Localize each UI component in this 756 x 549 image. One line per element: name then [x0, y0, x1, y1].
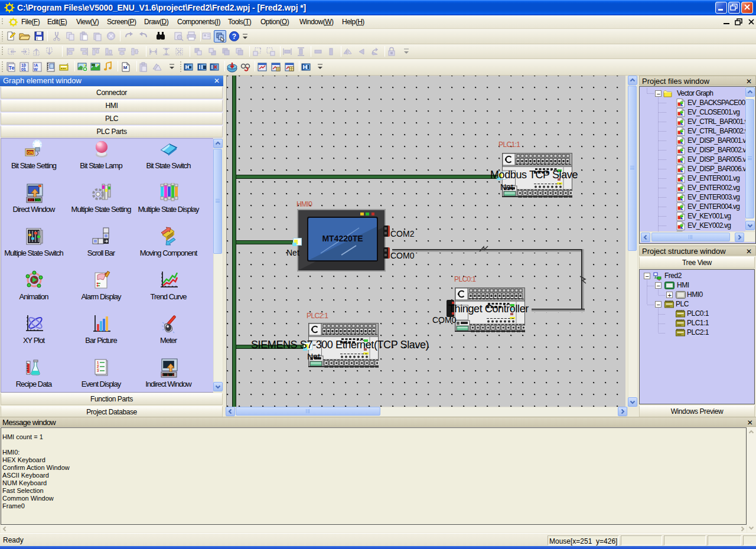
svg-text:M: M: [123, 65, 128, 70]
svg-text:ON: ON: [35, 198, 40, 202]
svg-text:!A: !A: [34, 63, 38, 67]
svg-text:ON: ON: [27, 151, 34, 155]
svg-text:?: ?: [232, 32, 236, 41]
svg-text:10: 10: [21, 63, 26, 67]
svg-text:01: 01: [21, 67, 26, 71]
svg-text:RV: RV: [28, 198, 33, 202]
svg-text:W: W: [34, 67, 38, 71]
svg-text:Te: Te: [9, 65, 15, 71]
svg-text:0 1 2: 0 1 2: [161, 373, 175, 377]
